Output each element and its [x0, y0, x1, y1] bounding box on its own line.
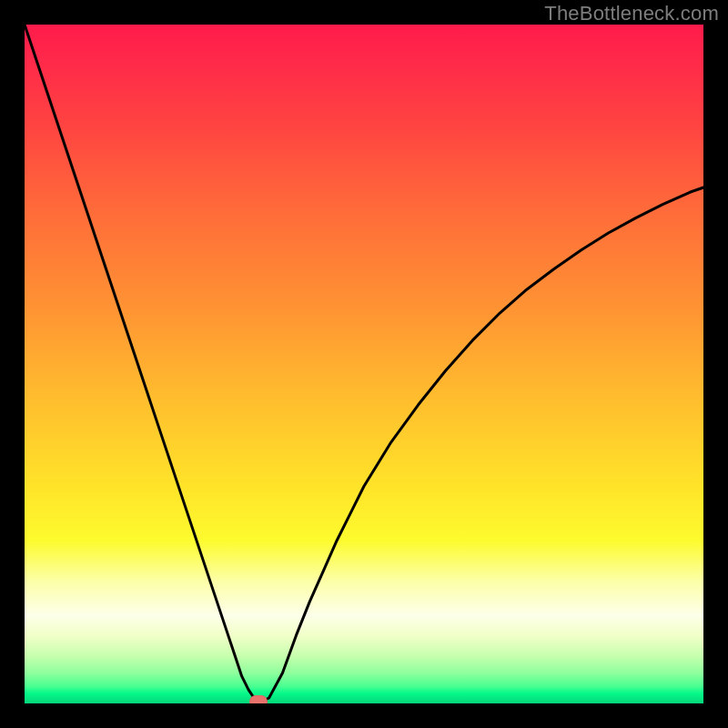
plot-area: [25, 25, 703, 703]
watermark-text: TheBottleneck.com: [544, 2, 719, 25]
chart-frame: TheBottleneck.com: [0, 0, 728, 728]
optimum-marker: [249, 695, 268, 703]
bottleneck-curve: [25, 25, 703, 703]
